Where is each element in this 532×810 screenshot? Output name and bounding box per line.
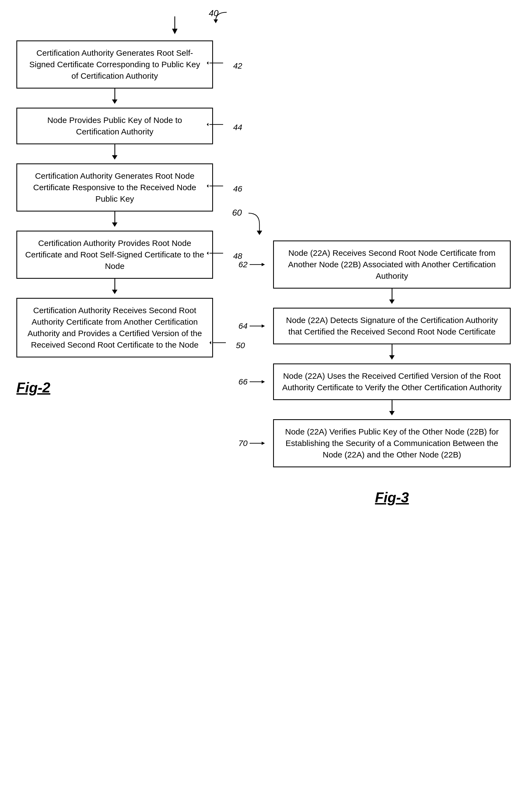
step-64-label: 64 (238, 320, 271, 332)
step-42-wrapper: Certification Authority Generates Root S… (16, 40, 213, 88)
step-70-text: Node (22A) Verifies Public Key of the Ot… (285, 427, 499, 459)
diagram-container: 40 Certification Authority Generates Roo… (0, 0, 532, 810)
step-66-box: Node (22A) Uses the Received Certified V… (273, 363, 511, 400)
step-64-arrow (250, 321, 271, 331)
svg-marker-8 (207, 184, 209, 188)
svg-marker-13 (257, 231, 262, 235)
step-64-wrapper: Node (22A) Detects Signature of the Cert… (273, 308, 511, 344)
step-48-label: 48 (207, 248, 242, 262)
step-70-wrapper: Node (22A) Verifies Public Key of the Ot… (273, 419, 511, 467)
step-42-text: Certification Authority Generates Root S… (29, 48, 200, 80)
step-64-text: Node (22A) Detects Signature of the Cert… (286, 315, 498, 336)
step-64-box: Node (22A) Detects Signature of the Cert… (273, 308, 511, 344)
arrow-46-48 (16, 211, 213, 231)
step-46-label: 46 (207, 181, 242, 195)
step-50-arrow (210, 337, 231, 348)
step-46-box: Certification Authority Generates Root N… (16, 163, 213, 211)
svg-marker-21 (262, 442, 265, 445)
step-44-wrapper: Node Provides Public Key of Node to Cert… (16, 108, 213, 144)
svg-marker-6 (207, 123, 209, 126)
fig2-title: Fig-2 (16, 379, 50, 395)
step-44-text: Node Provides Public Key of Node to Cert… (47, 116, 182, 136)
arrow-48-50 (16, 279, 213, 298)
step-50-wrapper: Certification Authority Receives Second … (16, 298, 213, 357)
step-66-arrow (250, 376, 271, 387)
step-44-label: 44 (207, 119, 242, 133)
step-62-box: Node (22A) Receives Second Root Node Cer… (273, 241, 511, 289)
step-66-label: 66 (238, 376, 271, 388)
svg-marker-17 (262, 324, 265, 328)
arrow-66-70 (273, 400, 511, 419)
step-42-box: Certification Authority Generates Root S… (16, 40, 213, 88)
svg-marker-12 (210, 341, 211, 344)
svg-marker-10 (207, 252, 209, 255)
step-46-arrow (207, 181, 229, 192)
fig3-top-label: 60 (232, 208, 242, 218)
fig2-left-column: 40 Certification Authority Generates Roo… (16, 16, 213, 396)
step-70-box: Node (22A) Verifies Public Key of the Ot… (273, 419, 511, 467)
fig3-title: Fig-3 (375, 489, 409, 505)
arrow-44-46 (16, 144, 213, 163)
step-44-box: Node Provides Public Key of Node to Cert… (16, 108, 213, 144)
fig2-top-arrow-curve (210, 10, 232, 26)
fig3-title-container: Fig-3 (273, 489, 511, 505)
step-42-arrow (207, 58, 229, 69)
fig3-top-arrow-curve (243, 210, 276, 238)
step-50-label: 50 (210, 337, 245, 351)
step-50-box: Certification Authority Receives Second … (16, 298, 213, 357)
svg-marker-15 (262, 263, 265, 266)
svg-marker-4 (207, 62, 209, 65)
step-66-text: Node (22A) Uses the Received Certified V… (282, 371, 502, 392)
step-48-wrapper: Certification Authority Provides Root No… (16, 231, 213, 279)
svg-marker-2 (214, 19, 218, 23)
fig3-right-column: 60 Node (22A) Receives Second Root Node … (273, 218, 511, 505)
step-44-arrow (207, 119, 229, 130)
arrow-42-44 (16, 88, 213, 108)
step-46-wrapper: Certification Authority Generates Root N… (16, 163, 213, 211)
step-50-text: Certification Authority Receives Second … (28, 306, 202, 349)
svg-marker-1 (172, 29, 178, 34)
step-62-text: Node (22A) Receives Second Root Node Cer… (288, 248, 496, 280)
step-70-arrow (250, 438, 271, 449)
step-66-wrapper: Node (22A) Uses the Received Certified V… (273, 363, 511, 400)
step-62-wrapper: Node (22A) Receives Second Root Node Cer… (273, 241, 511, 289)
step-48-box: Certification Authority Provides Root No… (16, 231, 213, 279)
step-62-label: 62 (238, 259, 271, 270)
arrow-62-64 (273, 289, 511, 308)
step-62-arrow (250, 259, 271, 270)
step-70-label: 70 (238, 438, 271, 449)
svg-marker-19 (262, 380, 265, 384)
step-42-label: 42 (207, 58, 242, 71)
step-46-text: Certification Authority Generates Root N… (33, 171, 196, 203)
arrow-64-66 (273, 344, 511, 363)
fig2-title-container: Fig-2 (16, 379, 213, 396)
fig2-top-arrow-svg (159, 16, 191, 38)
step-48-text: Certification Authority Provides Root No… (25, 239, 204, 271)
step-48-arrow (207, 248, 229, 259)
